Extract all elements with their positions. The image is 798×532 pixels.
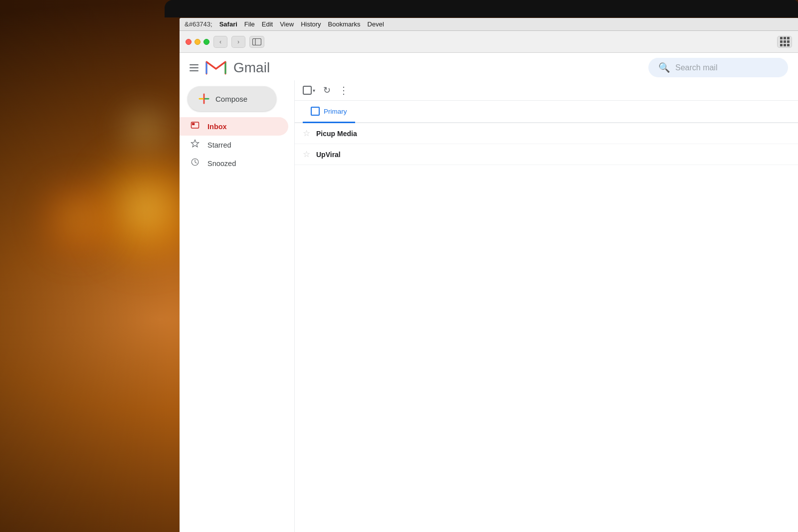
gmail-wordmark: Gmail bbox=[233, 60, 270, 76]
back-button[interactable]: ‹ bbox=[213, 36, 227, 48]
sender-upviral: UpViral bbox=[316, 151, 386, 159]
gmail-app: Gmail 🔍 Search mail bbox=[180, 53, 798, 532]
bokeh-light-2 bbox=[40, 175, 115, 264]
inbox-icon bbox=[190, 121, 200, 132]
nav-item-snoozed[interactable]: Snoozed bbox=[180, 154, 288, 173]
gmail-nav-sidebar: Compose Inbox bbox=[180, 80, 294, 532]
laptop-screen: &#63743; Safari File Edit View History B… bbox=[180, 18, 798, 532]
gmail-header: Gmail 🔍 Search mail bbox=[180, 53, 798, 80]
screen-content: &#63743; Safari File Edit View History B… bbox=[180, 18, 798, 532]
close-button[interactable] bbox=[186, 39, 192, 45]
back-arrow-icon: ‹ bbox=[219, 38, 221, 45]
email-row-upviral[interactable]: ☆ UpViral bbox=[295, 144, 798, 165]
forward-button[interactable]: › bbox=[231, 36, 245, 48]
macos-menubar: &#63743; Safari File Edit View History B… bbox=[180, 18, 798, 31]
sidebar-toggle-button[interactable] bbox=[249, 36, 264, 48]
edit-menu[interactable]: Edit bbox=[262, 20, 273, 28]
svg-marker-9 bbox=[192, 140, 199, 147]
svg-rect-8 bbox=[192, 123, 195, 126]
compose-button[interactable]: Compose bbox=[188, 86, 276, 111]
nav-item-starred[interactable]: Starred bbox=[180, 136, 288, 154]
view-menu[interactable]: View bbox=[280, 20, 294, 28]
maximize-button[interactable] bbox=[203, 39, 209, 45]
starred-label: Starred bbox=[207, 141, 231, 149]
safari-toolbar: ‹ › bbox=[180, 31, 798, 53]
apple-menu-icon[interactable]: &#63743; bbox=[185, 20, 212, 28]
select-all-checkbox-wrap: ▾ bbox=[303, 86, 315, 95]
inbox-label: Inbox bbox=[207, 123, 227, 131]
more-options-button[interactable]: ⋮ bbox=[339, 84, 349, 96]
sender-picup: Picup Media bbox=[316, 130, 386, 138]
search-placeholder: Search mail bbox=[675, 63, 717, 72]
hamburger-line-1 bbox=[190, 64, 199, 65]
email-tabs: Primary bbox=[295, 101, 798, 123]
hamburger-menu-button[interactable] bbox=[188, 62, 200, 73]
gmail-body: Compose Inbox bbox=[180, 80, 798, 532]
search-icon: 🔍 bbox=[658, 62, 670, 73]
grid-icon bbox=[780, 37, 790, 46]
develop-menu[interactable]: Devel bbox=[368, 20, 384, 28]
traffic-lights bbox=[186, 39, 209, 45]
hamburger-line-3 bbox=[190, 70, 199, 71]
star-picup-icon[interactable]: ☆ bbox=[303, 128, 310, 139]
bookmarks-menu[interactable]: Bookmarks bbox=[328, 20, 361, 28]
bokeh-light-3 bbox=[120, 100, 170, 160]
hamburger-line-2 bbox=[190, 67, 199, 68]
primary-tab-label: Primary bbox=[324, 108, 347, 115]
email-area: ▾ ↻ ⋮ Primary ☆ bbox=[294, 80, 798, 532]
compose-label: Compose bbox=[215, 95, 247, 103]
grid-view-button[interactable] bbox=[777, 36, 792, 48]
forward-arrow-icon: › bbox=[237, 38, 239, 45]
file-menu[interactable]: File bbox=[244, 20, 255, 28]
tab-primary[interactable]: Primary bbox=[303, 101, 355, 123]
gmail-m-logo bbox=[205, 60, 226, 76]
starred-icon bbox=[190, 139, 200, 151]
gmail-logo-area: Gmail bbox=[188, 60, 270, 76]
email-toolbar: ▾ ↻ ⋮ bbox=[295, 80, 798, 101]
svg-rect-0 bbox=[253, 38, 261, 45]
snoozed-label: Snoozed bbox=[207, 160, 236, 168]
history-menu[interactable]: History bbox=[301, 20, 321, 28]
safari-menu[interactable]: Safari bbox=[219, 20, 237, 28]
search-bar[interactable]: 🔍 Search mail bbox=[648, 58, 788, 77]
compose-plus-icon bbox=[199, 93, 209, 104]
select-all-checkbox[interactable] bbox=[303, 86, 312, 95]
snoozed-icon bbox=[190, 158, 200, 169]
select-dropdown-arrow[interactable]: ▾ bbox=[313, 88, 315, 93]
minimize-button[interactable] bbox=[195, 39, 200, 45]
refresh-button[interactable]: ↻ bbox=[323, 85, 331, 96]
email-row-picup[interactable]: ☆ Picup Media bbox=[295, 123, 798, 144]
nav-item-inbox[interactable]: Inbox bbox=[180, 117, 288, 136]
sidebar-toggle-icon bbox=[252, 38, 261, 45]
star-upviral-icon[interactable]: ☆ bbox=[303, 149, 310, 160]
primary-tab-icon bbox=[311, 107, 320, 116]
